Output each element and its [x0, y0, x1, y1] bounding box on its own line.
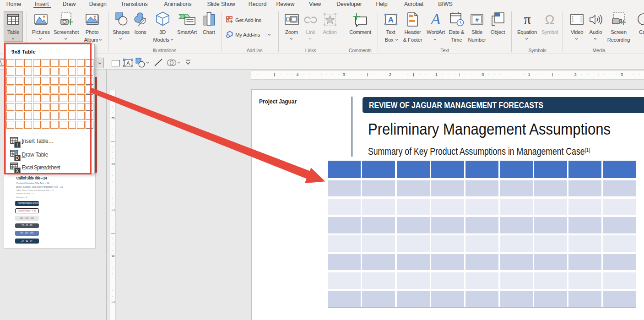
svg-text:A: A — [430, 11, 441, 27]
svg-text:#: # — [475, 16, 479, 23]
svg-text:π: π — [524, 11, 530, 27]
svg-text:A: A — [126, 60, 130, 65]
svg-text:A: A — [0, 60, 2, 66]
svg-text:A: A — [388, 16, 393, 24]
svg-text:Ω: Ω — [545, 12, 555, 27]
